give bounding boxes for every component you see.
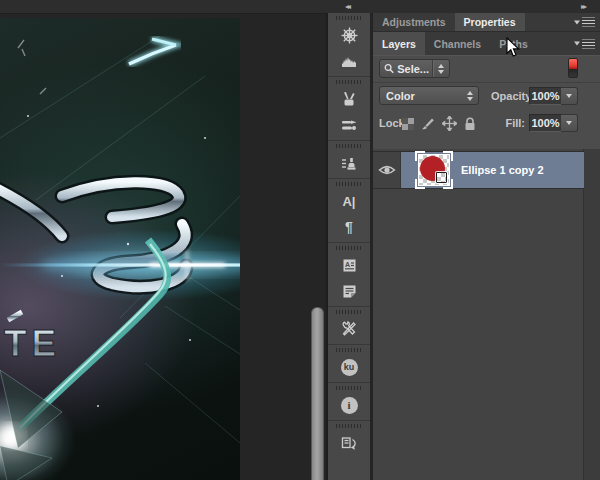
tool-presets-panel-icon[interactable] <box>328 112 370 138</box>
tab-layers[interactable]: Layers <box>373 32 425 55</box>
properties-tab-bar: Adjustments Properties <box>373 13 600 32</box>
drag-grip[interactable] <box>336 424 362 428</box>
opacity-value[interactable]: 100% <box>529 87 562 105</box>
layer-filter-toggle[interactable] <box>568 58 578 78</box>
opacity-dropdown-button[interactable] <box>561 87 578 105</box>
layer-filter-row: Sele... <box>373 55 600 83</box>
layer-filter-value: Sele... <box>397 63 429 75</box>
fill-label: Fill: <box>491 114 525 133</box>
tab-paths[interactable]: Paths <box>490 32 537 55</box>
layers-list: Ellipse 1 copy 2 <box>373 149 600 480</box>
drag-grip[interactable] <box>336 144 362 148</box>
drag-grip[interactable] <box>336 386 362 390</box>
search-icon <box>384 63 394 74</box>
layer-comps-panel-icon[interactable] <box>328 430 370 456</box>
collapse-to-icons-left-icon[interactable]: ◂◂ <box>345 0 349 13</box>
canvas-area: TE <box>0 14 326 480</box>
navigator-panel-icon[interactable] <box>328 22 370 48</box>
photoshop-window: ◂◂ ▸▸ <box>0 0 600 480</box>
lock-transparency-icon[interactable] <box>402 118 414 130</box>
canvas-text-fragment: TE <box>4 323 61 364</box>
blend-opacity-row: Color Opacity: 100% <box>373 83 600 110</box>
canvas-surface[interactable]: TE <box>0 18 240 480</box>
paragraph-panel-icon[interactable]: ¶ <box>328 214 370 240</box>
clone-source-panel-icon[interactable] <box>328 150 370 176</box>
dock-top-bar: ◂◂ ▸▸ <box>0 0 600 14</box>
fill-dropdown-button[interactable] <box>561 114 578 132</box>
kuler-panel-icon[interactable]: ku <box>328 354 370 380</box>
character-panel-icon[interactable]: A| <box>328 188 370 214</box>
lock-all-icon[interactable] <box>464 117 476 131</box>
panel-dock: Adjustments Properties Layers Channels P… <box>372 13 600 480</box>
layers-tab-bar: Layers Channels Paths <box>373 32 600 55</box>
collapse-to-icons-right-icon[interactable]: ▸▸ <box>581 0 585 13</box>
drag-grip[interactable] <box>336 80 362 84</box>
fill-value[interactable]: 100% <box>529 114 562 132</box>
drag-grip[interactable] <box>336 16 362 20</box>
svg-text:A: A <box>345 260 350 267</box>
info-panel-icon[interactable]: i <box>328 392 370 418</box>
blend-mode-value: Color <box>386 90 415 102</box>
properties-panel-menu-icon[interactable] <box>574 18 595 27</box>
drag-grip[interactable] <box>336 182 362 186</box>
layer-visibility-toggle[interactable] <box>373 152 401 188</box>
layer-row-selected[interactable]: Ellipse 1 copy 2 <box>373 151 584 189</box>
drag-grip[interactable] <box>336 310 362 314</box>
panel-icon-strip: A| ¶ A <box>326 13 371 480</box>
blend-mode-dropdown[interactable]: Color <box>379 86 479 105</box>
character-styles-panel-icon[interactable]: A <box>328 252 370 278</box>
drag-grip[interactable] <box>336 348 362 352</box>
layer-thumbnail[interactable] <box>418 154 450 186</box>
eye-icon <box>378 164 396 176</box>
histogram-panel-icon[interactable] <box>328 48 370 74</box>
layers-panel-menu-icon[interactable] <box>574 39 595 48</box>
layer-name[interactable]: Ellipse 1 copy 2 <box>461 164 544 176</box>
tab-channels[interactable]: Channels <box>425 32 490 55</box>
layer-filter-type-dropdown[interactable]: Sele... <box>379 59 450 78</box>
canvas-vertical-scrollbar[interactable] <box>311 307 324 480</box>
lock-pixels-brush-icon[interactable] <box>421 117 435 130</box>
brush-presets-panel-icon[interactable] <box>328 86 370 112</box>
lock-position-icon[interactable] <box>442 116 457 131</box>
layer-row-body[interactable]: Ellipse 1 copy 2 <box>401 152 584 188</box>
dropdown-arrows-icon <box>432 60 449 77</box>
drag-grip[interactable] <box>336 246 362 250</box>
dropdown-arrows-icon <box>462 87 478 104</box>
paragraph-styles-panel-icon[interactable] <box>328 278 370 304</box>
tools-panel-icon[interactable] <box>328 316 370 342</box>
layers-list-scroll-gutter[interactable] <box>583 149 600 480</box>
artwork-graphics: TE <box>0 18 240 480</box>
lock-fill-row: Lock: <box>373 110 600 137</box>
tab-adjustments[interactable]: Adjustments <box>373 13 455 31</box>
tab-properties[interactable]: Properties <box>455 13 525 31</box>
